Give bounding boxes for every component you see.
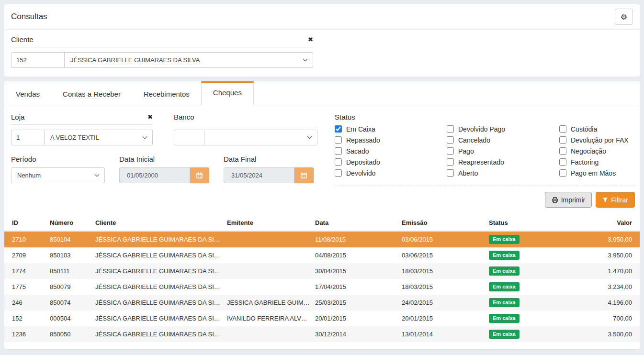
checkbox-input[interactable] [559,158,566,166]
table-row-selected[interactable]: 2710 850104 JÉSSICA GABRIELLE GUIMARAES … [4,231,640,247]
cell-valor: 3.500,00 [559,326,640,342]
checkbox-input[interactable] [559,169,566,177]
settings-button[interactable]: ⚙ [615,9,633,25]
banco-code-input[interactable] [174,130,204,145]
status-checkbox-em-caixa[interactable]: Em Caixa [335,125,447,133]
periodo-group: Período Nenhum [11,155,105,183]
table-row[interactable]: 1236 850050 JÉSSICA GABRIELLE GUIMARAES … [4,326,640,342]
cliente-clear-icon[interactable]: ✖ [308,36,313,43]
loja-clear-icon[interactable]: ✖ [147,114,153,120]
table-row[interactable]: 246 850074 JÉSSICA GABRIELLE GUIMARAES D… [4,295,640,311]
status-checkbox-pago-em-maos[interactable]: Pago em Mãos [559,169,635,177]
data-final-calendar-button[interactable] [294,167,314,183]
cell-numero: 850074 [48,295,93,311]
cell-cliente: JÉSSICA GABRIELLE GUIMARAES DA SILVA [93,311,225,326]
cliente-code-input[interactable] [11,52,65,68]
table-row[interactable]: 152 000504 JÉSSICA GABRIELLE GUIMARAES D… [4,311,640,326]
filtrar-label: Filtrar [611,196,628,204]
periodo-selected: Nenhum [17,172,41,179]
status-checkbox-reapresentado[interactable]: Reapresentado [447,158,559,166]
status-checkbox-negociacao[interactable]: Negociação [559,147,635,155]
checkbox-label: Devolvido [346,169,375,177]
table-header-row: ID Número Cliente Emitente Data Emissão … [4,214,640,231]
status-checkbox-devolvido-pago[interactable]: Devolvido Pago [447,125,559,133]
data-final-input[interactable] [224,167,294,183]
tab-bar: Vendas Contas a Receber Recebimentos Che… [4,81,640,105]
checkbox-input[interactable] [335,125,342,133]
status-checkbox-devolvido[interactable]: Devolvido [335,169,447,177]
cell-data: 17/04/2015 [313,279,400,295]
checkbox-input[interactable] [335,147,342,155]
tab-vendas[interactable]: Vendas [4,81,51,105]
banco-label: Banco [174,113,317,125]
table-row[interactable]: 2709 850103 JÉSSICA GABRIELLE GUIMARAES … [4,247,640,263]
gear-icon: ⚙ [621,12,627,22]
checkbox-input[interactable] [335,136,342,144]
checkbox-input[interactable] [447,125,454,133]
loja-code-input[interactable] [11,130,45,145]
cell-emitente [225,263,313,279]
table-row[interactable]: 1775 850079 JÉSSICA GABRIELLE GUIMARAES … [4,279,640,295]
cell-id: 152 [4,311,48,326]
cell-data: 30/12/2014 [313,326,400,342]
checkbox-label: Reapresentado [458,158,504,166]
checkbox-input[interactable] [335,158,342,166]
cliente-select[interactable]: JÉSSICA GABRIELLE GUIMARAES DA SILVA [65,52,313,68]
tab-recebimentos[interactable]: Recebimentos [132,81,201,105]
checkbox-input[interactable] [447,147,454,155]
cell-id: 1774 [4,263,48,279]
data-final-label: Data Final [224,155,314,163]
table-row[interactable]: 1774 850111 JÉSSICA GABRIELLE GUIMARAES … [4,263,640,279]
loja-selected-name: A VELOZ TEXTIL [50,134,99,141]
status-badge: Em caixa [489,251,520,260]
cell-emissao: 03/06/2015 [400,231,487,247]
cell-status: Em caixa [487,247,559,263]
checkbox-input[interactable] [559,147,566,155]
checkbox-input[interactable] [335,169,342,177]
status-checkbox-sacado[interactable]: Sacado [335,147,447,155]
loja-select[interactable]: A VELOZ TEXTIL [45,130,153,145]
cell-valor: 1.470,00 [559,263,640,279]
column-header-data: Data [313,214,400,231]
checkbox-input[interactable] [447,158,454,166]
checkbox-label: Sacado [346,147,369,155]
action-buttons: Imprimir Filtrar [335,192,635,208]
column-header-emissao: Emissão [400,214,487,231]
status-checkbox-pago[interactable]: Pago [447,147,559,155]
calendar-icon [196,172,203,179]
data-inicial-input[interactable] [119,167,190,183]
tab-contas-a-receber[interactable]: Contas a Receber [51,81,132,105]
filtrar-button[interactable]: Filtrar [596,192,635,208]
checkbox-label: Pago em Mãos [571,169,616,177]
cell-data: 20/01/2015 [313,311,400,326]
checkbox-input[interactable] [447,136,454,144]
status-checkbox-devolucao-por-fax[interactable]: Devolução por FAX [559,136,635,144]
checkbox-label: Depositado [346,158,380,166]
cell-emissao: 18/03/2015 [400,263,487,279]
consultas-panel: Consultas ⚙ Cliente ✖ JÉSSICA GABRIELLE … [4,4,640,77]
status-column-1: Em Caixa Repassado Sacado Depositado [335,125,447,177]
banco-select[interactable] [204,130,317,145]
checkbox-input[interactable] [559,125,566,133]
cell-valor: 3.234,00 [559,279,640,295]
periodo-select[interactable]: Nenhum [11,167,105,183]
status-checkbox-cancelado[interactable]: Cancelado [447,136,559,144]
status-checkbox-aberto[interactable]: Aberto [447,169,559,177]
cell-emissao: 03/06/2015 [400,247,487,263]
status-checkbox-repassado[interactable]: Repassado [335,136,447,144]
imprimir-button[interactable]: Imprimir [545,192,592,208]
status-checkbox-custodia[interactable]: Custódia [559,125,635,133]
status-column-2: Devolvido Pago Cancelado Pago Reapresent… [447,125,559,177]
data-inicial-calendar-button[interactable] [190,167,209,183]
cell-numero: 850103 [48,247,93,263]
chevron-down-icon [307,134,312,139]
cell-data: 11/08/2015 [313,231,400,247]
checkbox-input[interactable] [559,136,566,144]
cell-numero: 850111 [48,263,93,279]
cell-id: 1775 [4,279,48,295]
tab-cheques[interactable]: Cheques [201,81,254,105]
status-checkbox-factoring[interactable]: Factoring [559,158,635,166]
checkbox-input[interactable] [447,169,454,177]
status-checkbox-depositado[interactable]: Depositado [335,158,447,166]
cliente-label: Cliente [11,35,34,44]
